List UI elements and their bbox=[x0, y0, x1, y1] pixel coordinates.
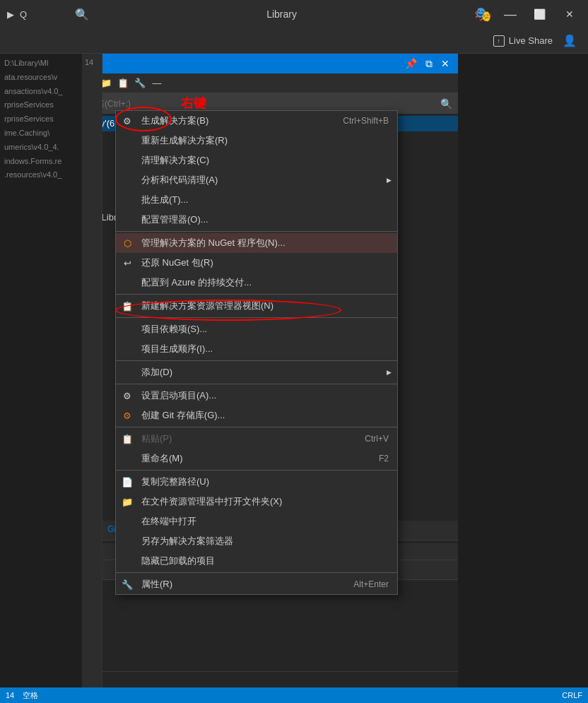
ctx-label-new-view: 新建解决方案资源管理器视图(N) bbox=[141, 300, 274, 312]
ctx-item-clean[interactable]: 清理解决方案(C) bbox=[116, 150, 397, 170]
ctx-shortcut-properties: Alt+Enter bbox=[353, 579, 389, 589]
nuget-icon: ⬡ bbox=[122, 237, 133, 249]
ctx-label-dependencies: 项目依赖项(S)... bbox=[141, 323, 207, 336]
ctx-item-save-filter[interactable]: 另存为解决方案筛选器 bbox=[116, 531, 397, 551]
show-all-files-button[interactable]: 📋 bbox=[115, 76, 131, 91]
ctx-label-create-git: 创建 Git 存储库(G)... bbox=[141, 409, 225, 422]
ctx-item-copy-path[interactable]: 📄 复制完整路径(U) bbox=[116, 472, 397, 492]
ctx-sep-7 bbox=[116, 470, 397, 471]
git-icon: ⚙ bbox=[122, 410, 133, 421]
ctx-item-config-mgr[interactable]: 配置管理器(O)... bbox=[116, 210, 397, 230]
right-scrollbar[interactable] bbox=[578, 54, 588, 703]
ctx-label-clean: 清理解决方案(C) bbox=[141, 154, 209, 167]
profile-icon[interactable]: 🎭 bbox=[474, 6, 492, 23]
new-view-icon: 📋 bbox=[122, 300, 133, 312]
ctx-shortcut-rename: F2 bbox=[379, 454, 389, 463]
folder-icon: 📁 bbox=[122, 496, 133, 507]
status-col: 空格 bbox=[23, 690, 38, 701]
status-right: CRLF bbox=[562, 691, 582, 699]
ctx-item-open-terminal[interactable]: 在终端中打开 bbox=[116, 512, 397, 531]
float-button[interactable]: ⧉ bbox=[423, 58, 435, 70]
search-icon[interactable]: 🔍 bbox=[75, 8, 89, 21]
ctx-item-nuget[interactable]: ⬡ 管理解决方案的 NuGet 程序包(N)... bbox=[116, 233, 397, 253]
ctx-label-build-order: 项目生成顺序(I)... bbox=[141, 343, 213, 355]
ctx-item-rename[interactable]: 重命名(M) F2 bbox=[116, 449, 397, 468]
ctx-sep-8 bbox=[116, 572, 397, 573]
minimize-button[interactable]: — bbox=[499, 3, 522, 25]
maximize-button[interactable]: ⬜ bbox=[529, 3, 551, 25]
ctx-sep-1 bbox=[116, 231, 397, 232]
ctx-item-new-view[interactable]: 📋 新建解决方案资源管理器视图(N) bbox=[116, 296, 397, 316]
ctx-label-open-terminal: 在终端中打开 bbox=[141, 515, 196, 528]
ctx-item-dependencies[interactable]: 项目依赖项(S)... bbox=[116, 319, 397, 339]
ctx-label-add: 添加(D) bbox=[141, 366, 172, 379]
close-panel-button[interactable]: ✕ bbox=[438, 58, 452, 70]
ctx-shortcut-paste: Ctrl+V bbox=[365, 434, 389, 444]
ctx-label-batch-build: 批生成(T)... bbox=[141, 194, 188, 206]
ctx-item-properties[interactable]: 🔧 属性(R) Alt+Enter bbox=[116, 574, 397, 594]
filter-button[interactable]: — bbox=[149, 76, 165, 91]
ctx-label-azure: 配置到 Azure 的持续交付... bbox=[141, 276, 252, 289]
line-num: 14 bbox=[85, 58, 99, 66]
top-toolbar: ↑ Live Share 👤 bbox=[0, 28, 588, 54]
build-icon: ⚙ bbox=[122, 115, 133, 126]
ctx-sep-5 bbox=[116, 384, 397, 384]
ctx-item-hide-unloaded[interactable]: 隐藏已卸载的项目 bbox=[116, 551, 397, 571]
ctx-sep-4 bbox=[116, 360, 397, 361]
ctx-item-build[interactable]: ⚙ 生成解决方案(B) Ctrl+Shift+B bbox=[116, 111, 397, 131]
pin-button[interactable]: 📌 bbox=[402, 58, 420, 70]
ctx-item-azure[interactable]: 配置到 Azure 的持续交付... bbox=[116, 273, 397, 293]
ctx-sep-2 bbox=[116, 294, 397, 295]
ctx-label-save-filter: 另存为解决方案筛选器 bbox=[141, 535, 233, 548]
ctx-item-rebuild[interactable]: 重新生成解决方案(R) bbox=[116, 131, 397, 150]
live-share-label: Live Share bbox=[509, 35, 553, 46]
ctx-sep-6 bbox=[116, 427, 397, 427]
app-title: Library bbox=[266, 8, 297, 20]
context-menu: ⚙ 生成解决方案(B) Ctrl+Shift+B 重新生成解决方案(R) 清理解… bbox=[115, 110, 398, 595]
ctx-label-set-startup: 设置启动项目(A)... bbox=[141, 389, 216, 402]
ctx-item-restore-nuget[interactable]: ↩ 还原 NuGet 包(R) bbox=[116, 253, 397, 273]
ctx-label-nuget: 管理解决方案的 NuGet 程序包(N)... bbox=[141, 237, 286, 249]
ctx-item-set-startup[interactable]: ⚙ 设置启动项目(A)... bbox=[116, 386, 397, 406]
ctx-item-add[interactable]: 添加(D) bbox=[116, 362, 397, 382]
line-number-bar: 14 bbox=[82, 54, 102, 703]
title-bar-left: ▶ Q 🔍 bbox=[7, 8, 89, 21]
ctx-item-build-order[interactable]: 项目生成顺序(I)... bbox=[116, 339, 397, 359]
ctx-item-paste[interactable]: 📋 粘贴(P) Ctrl+V bbox=[116, 429, 397, 449]
ctx-item-open-folder[interactable]: 📁 在文件资源管理器中打开文件夹(X) bbox=[116, 492, 397, 512]
ctx-label-restore-nuget: 还原 NuGet 包(R) bbox=[141, 256, 213, 269]
copy-path-icon: 📄 bbox=[122, 476, 133, 488]
paste-icon: 📋 bbox=[122, 433, 133, 444]
properties-menu-icon: 🔧 bbox=[122, 579, 133, 590]
properties-button[interactable]: 🔧 bbox=[132, 76, 148, 91]
code-panel: D:\Library\Ml ata.resources\v ansactions… bbox=[0, 54, 102, 703]
search-label: Q bbox=[20, 9, 27, 20]
ctx-item-analyze[interactable]: 分析和代码清理(A) bbox=[116, 170, 397, 190]
ctx-label-hide-unloaded: 隐藏已卸载的项目 bbox=[141, 555, 215, 567]
close-button[interactable]: ✕ bbox=[558, 3, 581, 25]
status-line: 14 bbox=[6, 691, 14, 699]
main-layout: 解决方案资源管理器 📌 ⧉ ✕ ← → 🏠 📄 ↻ 📁 📋 🔧 — 🔍 bbox=[0, 54, 588, 703]
app-icon: ▶ bbox=[7, 9, 14, 20]
ctx-label-open-folder: 在文件资源管理器中打开文件夹(X) bbox=[141, 495, 282, 508]
restore-icon: ↩ bbox=[122, 257, 133, 268]
live-share-button[interactable]: ↑ Live Share bbox=[488, 33, 558, 49]
search-submit-icon[interactable]: 🔍 bbox=[440, 98, 452, 110]
status-encoding: CRLF bbox=[562, 691, 582, 699]
ctx-item-batch-build[interactable]: 批生成(T)... bbox=[116, 190, 397, 210]
ctx-label-analyze: 分析和代码清理(A) bbox=[141, 174, 218, 187]
title-bar: ▶ Q 🔍 Library 🎭 — ⬜ ✕ bbox=[0, 0, 588, 28]
ctx-label-paste: 粘贴(P) bbox=[141, 432, 172, 445]
live-share-icon: ↑ bbox=[493, 35, 505, 47]
ctx-label-build: 生成解决方案(B) bbox=[141, 114, 208, 127]
status-bar: 14 空格 CRLF bbox=[0, 687, 588, 703]
title-bar-buttons: 🎭 — ⬜ ✕ bbox=[474, 3, 581, 25]
account-button[interactable]: 👤 bbox=[558, 30, 581, 52]
ctx-label-copy-path: 复制完整路径(U) bbox=[141, 475, 209, 488]
ctx-label-rebuild: 重新生成解决方案(R) bbox=[141, 134, 228, 147]
ctx-item-create-git[interactable]: ⚙ 创建 Git 存储库(G)... bbox=[116, 406, 397, 425]
ctx-label-config-mgr: 配置管理器(O)... bbox=[141, 213, 208, 226]
ctx-label-properties: 属性(R) bbox=[141, 578, 172, 591]
ctx-sep-3 bbox=[116, 317, 397, 318]
settings-icon: ⚙ bbox=[122, 390, 133, 401]
